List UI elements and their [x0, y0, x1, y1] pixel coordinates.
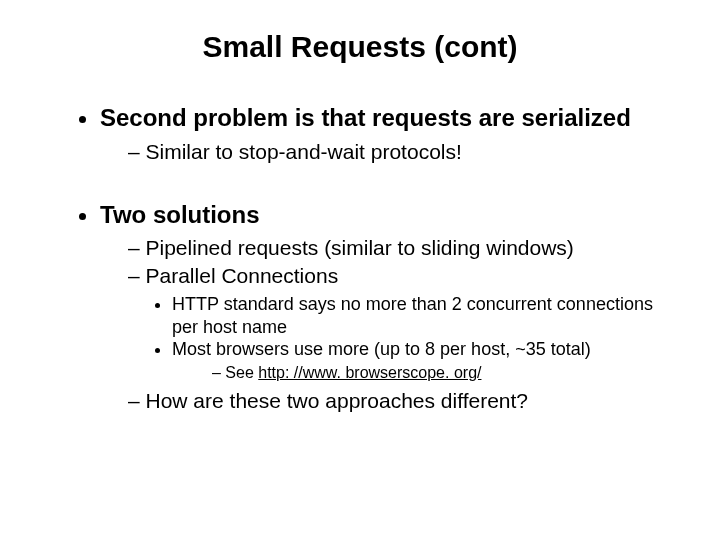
bullet-problem-text: Second problem is that requests are seri…: [100, 104, 631, 131]
sub-different: How are these two approaches different?: [128, 387, 660, 414]
sub-list-problem: Similar to stop-and-wait protocols!: [100, 138, 660, 165]
sub-stop-and-wait: Similar to stop-and-wait protocols!: [128, 138, 660, 165]
sub-sub-sub-list: See http: //www. browserscope. org/: [172, 363, 660, 383]
sub-parallel: Parallel Connections HTTP standard says …: [128, 262, 660, 383]
slide: Small Requests (cont) Second problem is …: [0, 0, 720, 540]
slide-title: Small Requests (cont): [60, 30, 660, 64]
sub-list-solutions: Pipelined requests (similar to sliding w…: [100, 234, 660, 413]
bullet-solutions-text: Two solutions: [100, 201, 260, 228]
bullet-list: Second problem is that requests are seri…: [60, 104, 660, 165]
bullet-solutions: Two solutions Pipelined requests (simila…: [100, 201, 660, 414]
bullet-list-2: Two solutions Pipelined requests (simila…: [60, 201, 660, 414]
see-link-item: See http: //www. browserscope. org/: [212, 363, 660, 383]
sub-sub-browsers: Most browsers use more (up to 8 per host…: [172, 338, 660, 383]
sub-pipelined: Pipelined requests (similar to sliding w…: [128, 234, 660, 261]
browserscope-link[interactable]: http: //www. browserscope. org/: [258, 364, 481, 381]
bullet-problem: Second problem is that requests are seri…: [100, 104, 660, 165]
spacer: [60, 183, 660, 201]
sub-parallel-text: Parallel Connections: [146, 264, 339, 287]
sub-sub-browsers-text: Most browsers use more (up to 8 per host…: [172, 339, 591, 359]
see-prefix: See: [225, 364, 258, 381]
sub-sub-list-parallel: HTTP standard says no more than 2 concur…: [128, 293, 660, 383]
sub-sub-http-std: HTTP standard says no more than 2 concur…: [172, 293, 660, 338]
